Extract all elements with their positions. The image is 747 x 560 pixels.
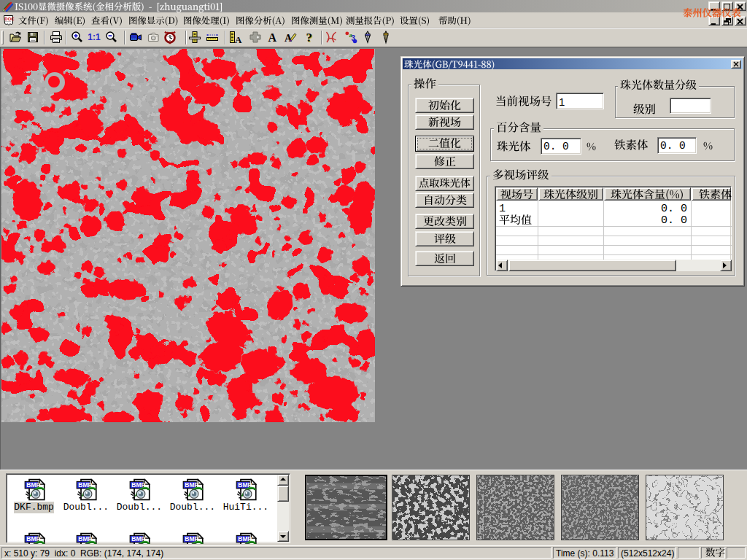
svg-text:A: A xyxy=(268,31,276,44)
svg-text:A: A xyxy=(235,34,242,45)
svg-text:?: ? xyxy=(306,31,312,44)
svg-text:DOC: DOC xyxy=(4,17,15,21)
